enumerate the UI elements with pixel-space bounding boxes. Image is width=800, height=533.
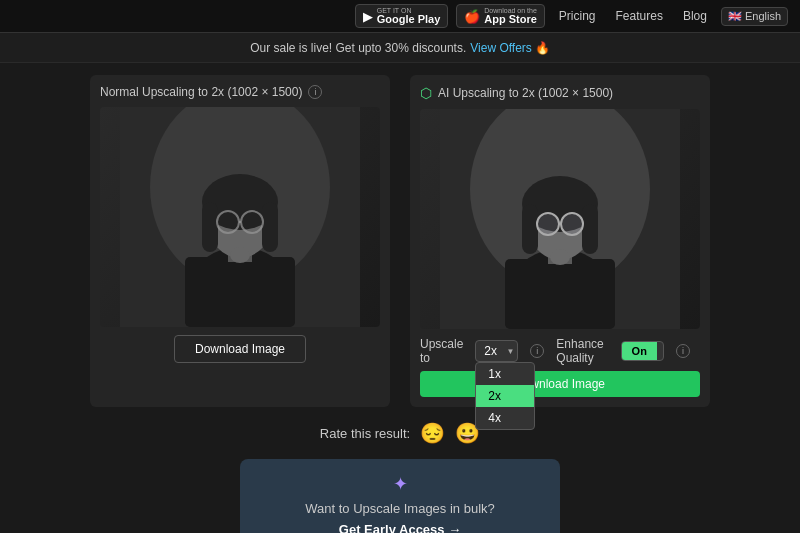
left-portrait-svg <box>100 107 380 327</box>
svg-rect-16 <box>505 259 615 329</box>
left-info-icon[interactable]: i <box>308 85 322 99</box>
svg-rect-3 <box>185 257 295 327</box>
svg-rect-20 <box>522 204 538 254</box>
upscale-info-icon[interactable]: i <box>530 344 544 358</box>
upscale-select-wrapper: 1x 2x 4x ▼ 1x 2x 4x <box>475 340 518 362</box>
early-access-link[interactable]: Get Early Access → <box>339 522 461 533</box>
toggle-off-btn[interactable]: Off <box>657 342 664 360</box>
flag-icon: 🇬🇧 <box>728 10 742 23</box>
left-panel-title: Normal Upscaling to 2x (1002 × 1500) <box>100 85 302 99</box>
bulk-promo-icon: ✦ <box>260 473 540 495</box>
play-icon: ▶ <box>363 9 373 24</box>
main-content: Normal Upscaling to 2x (1002 × 1500) i <box>0 63 800 533</box>
ai-badge-icon: ⬡ <box>420 85 432 101</box>
comparison-row: Normal Upscaling to 2x (1002 × 1500) i <box>80 75 720 407</box>
right-panel-header: ⬡ AI Upscaling to 2x (1002 × 1500) <box>420 85 700 101</box>
left-panel-header: Normal Upscaling to 2x (1002 × 1500) i <box>100 85 380 99</box>
svg-point-12 <box>230 247 250 263</box>
pricing-link[interactable]: Pricing <box>553 9 602 23</box>
app-store-label: App Store <box>484 14 537 25</box>
option-2x[interactable]: 2x <box>476 385 534 407</box>
right-portrait-svg <box>420 109 700 329</box>
left-panel: Normal Upscaling to 2x (1002 × 1500) i <box>90 75 390 407</box>
enhance-label: Enhance Quality <box>556 337 608 365</box>
controls-row: Upscale to 1x 2x 4x ▼ 1x 2x 4x i <box>420 337 700 365</box>
google-play-btn[interactable]: ▶ GET IT ON Google Play <box>355 4 449 28</box>
upscale-dropdown: 1x 2x 4x <box>475 362 535 430</box>
header: ▶ GET IT ON Google Play 🍎 Download on th… <box>0 0 800 33</box>
apple-icon: 🍎 <box>464 9 480 24</box>
option-4x[interactable]: 4x <box>476 407 534 429</box>
app-store-btn[interactable]: 🍎 Download on the App Store <box>456 4 545 28</box>
right-image <box>420 109 700 329</box>
upscale-select[interactable]: 1x 2x 4x <box>475 340 518 362</box>
google-play-label: Google Play <box>377 14 441 25</box>
option-1x[interactable]: 1x <box>476 363 534 385</box>
language-label: English <box>745 10 781 22</box>
svg-rect-8 <box>262 202 278 252</box>
rating-row: Rate this result: 😔 😀 <box>320 421 480 445</box>
fire-icon: 🔥 <box>535 41 550 55</box>
left-download-btn[interactable]: Download Image <box>174 335 306 363</box>
upscale-label: Upscale to <box>420 337 463 365</box>
svg-rect-21 <box>582 204 598 254</box>
right-download-btn[interactable]: Download Image <box>420 371 700 397</box>
rating-label: Rate this result: <box>320 426 410 441</box>
sale-bar: Our sale is live! Get upto 30% discounts… <box>0 33 800 63</box>
blog-link[interactable]: Blog <box>677 9 713 23</box>
language-btn[interactable]: 🇬🇧 English <box>721 7 788 26</box>
view-offers-link[interactable]: View Offers <box>470 41 532 55</box>
svg-point-22 <box>537 213 559 235</box>
svg-point-25 <box>550 249 570 265</box>
svg-rect-7 <box>202 202 218 252</box>
right-panel: ⬡ AI Upscaling to 2x (1002 × 1500) <box>410 75 710 407</box>
bulk-promo-banner: ✦ Want to Upscale Images in bulk? Get Ea… <box>240 459 560 533</box>
bulk-promo-text: Want to Upscale Images in bulk? <box>260 501 540 516</box>
toggle-on-btn[interactable]: On <box>622 342 657 360</box>
features-link[interactable]: Features <box>610 9 669 23</box>
sale-text: Our sale is live! Get upto 30% discounts… <box>250 41 466 55</box>
sad-emoji-btn[interactable]: 😔 <box>420 421 445 445</box>
right-panel-title: AI Upscaling to 2x (1002 × 1500) <box>438 86 613 100</box>
enhance-info-icon[interactable]: i <box>676 344 690 358</box>
left-image <box>100 107 380 327</box>
svg-point-23 <box>561 213 583 235</box>
enhance-toggle: On Off <box>621 341 664 361</box>
